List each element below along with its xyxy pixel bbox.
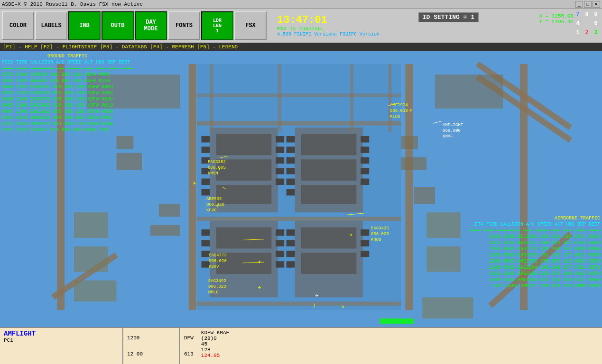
num-cell-7[interactable]: 7 bbox=[574, 10, 582, 19]
num-cell-[interactable] bbox=[583, 19, 591, 28]
route-dest: KDFW KMAF bbox=[201, 330, 229, 336]
svg-rect-44 bbox=[202, 240, 210, 246]
color-button[interactable]: COLOR bbox=[2, 11, 34, 40]
svg-rect-83 bbox=[435, 74, 503, 109]
ground-traffic-row[interactable]: 6405 1346 EAG3492 020 006 180 KDFW MMLO bbox=[2, 102, 133, 109]
num-cell-1[interactable]: 1 bbox=[574, 28, 582, 37]
airborne-traffic-row[interactable]: 1353 6602 EAG2742 320 169 167 KFSD KDFW bbox=[469, 246, 600, 252]
flight-info-route: DFW 613 bbox=[180, 328, 197, 364]
num-cell-6[interactable]: 6 bbox=[592, 19, 600, 28]
svg-rect-72 bbox=[426, 212, 461, 238]
num-cell-2[interactable]: 2 bbox=[583, 28, 591, 37]
ground-traffic-title: GROUND TRAFFIC bbox=[2, 53, 133, 59]
close-button[interactable]: ✕ bbox=[593, 1, 600, 8]
svg-rect-79 bbox=[401, 136, 418, 149]
svg-rect-26 bbox=[301, 134, 356, 155]
airborne-traffic-row[interactable]: 1346 6208 DEL2916 191 013 315 KATL KDFW bbox=[469, 234, 600, 240]
fonts-button[interactable]: FONTS bbox=[168, 11, 200, 40]
outb-button[interactable]: OUTB bbox=[102, 11, 134, 40]
svg-rect-41 bbox=[216, 228, 271, 249]
ground-traffic-row[interactable]: 6375 1346 CAN526 002 006 181 KDFW MMMT bbox=[2, 72, 133, 78]
ground-traffic-row[interactable]: 6416 1346 AMF1924 011 006 148 KDFW KLBB bbox=[2, 121, 133, 127]
flight-time-row2: 12 00 bbox=[127, 351, 176, 357]
ground-traffic-row[interactable]: 6413 1346 AME2022 004 006 005 KDFW KMSY bbox=[2, 115, 133, 121]
svg-rect-29 bbox=[287, 136, 295, 142]
svg-rect-48 bbox=[276, 240, 284, 246]
svg-rect-42 bbox=[216, 253, 271, 274]
coords: X = 3255.08 Y = 2495.42 bbox=[539, 13, 574, 25]
day-mode-button[interactable]: DAYMODE bbox=[135, 11, 167, 40]
svg-rect-67 bbox=[350, 64, 353, 132]
num-cell-4[interactable]: 4 bbox=[574, 19, 582, 28]
svg-rect-75 bbox=[116, 136, 133, 149]
svg-rect-22 bbox=[276, 157, 284, 164]
svg-rect-78 bbox=[150, 225, 180, 236]
airborne-traffic-row[interactable]: 1354 6589 AME327 268 048 233 KBHM KDFW bbox=[469, 283, 600, 289]
airborne-traffic-table: AIRBORNE TRAFFIC .ETA FSID CALLSIGN A/C … bbox=[469, 215, 600, 289]
airborne-traffic-row[interactable]: 1351 6316 MES3175 200 024 331 KJFK KDFW bbox=[469, 240, 600, 246]
svg-rect-68 bbox=[389, 64, 392, 132]
svg-rect-43 bbox=[202, 229, 210, 236]
svg-rect-53 bbox=[301, 253, 356, 274]
svg-rect-28 bbox=[301, 185, 356, 204]
airborne-traffic-row[interactable]: 1349 6583 AME1792 276 067 183 KOKC KDFW bbox=[469, 258, 600, 264]
flight-info-left: AMFLIGHT PC1 bbox=[0, 328, 123, 364]
svg-rect-69 bbox=[74, 212, 108, 238]
ground-traffic-header: FSID TIME CALLSIGN A/C SPEED ALT HDG DEP… bbox=[2, 59, 133, 65]
status-text: FSX is running. bbox=[277, 26, 324, 32]
bottom-panel: AMFLIGHT PC1 1200 12 00 DFW 613 KDFW KMA… bbox=[0, 327, 602, 364]
svg-rect-81 bbox=[414, 187, 435, 204]
svg-rect-64 bbox=[197, 94, 401, 97]
fsx-button[interactable]: FSX bbox=[234, 11, 267, 40]
toolbar: COLOR LABELS INB OUTB DAYMODE FONTS LDRL… bbox=[0, 9, 602, 43]
ground-traffic-row[interactable]: 6388 1346 EAG3435 020 006 180 KDFW KHOU bbox=[2, 84, 133, 90]
route-dep: DFW bbox=[184, 335, 194, 341]
plane-eag3382: ✈ bbox=[217, 165, 221, 173]
inb-button[interactable]: INB bbox=[68, 11, 101, 40]
num-cell-8[interactable]: 8 bbox=[583, 10, 591, 19]
svg-rect-84 bbox=[380, 318, 414, 324]
minimize-button[interactable]: _ bbox=[575, 1, 583, 8]
maximize-button[interactable]: □ bbox=[584, 1, 592, 8]
ldr-len-button[interactable]: LDRLEN1 bbox=[201, 11, 233, 40]
num-panel: 7894 6123 bbox=[574, 10, 600, 37]
svg-rect-61 bbox=[197, 121, 401, 126]
svg-rect-80 bbox=[401, 157, 426, 170]
map-area[interactable]: GROUND TRAFFIC FSID TIME CALLSIGN A/C SP… bbox=[0, 51, 602, 327]
airborne-traffic-row[interactable]: 1349 6595 AME1833 337 133 193 KICT KDFW bbox=[469, 277, 600, 283]
airborne-traffic-divider: ==== ==== ======== === ===== === === ===… bbox=[469, 228, 600, 234]
ground-traffic-row[interactable]: 6400 1346 EAG4773 020 006 180 KDFW KSHV bbox=[2, 96, 133, 102]
ground-traffic-row[interactable]: 6421 1346 CAN264 013 006 089 KDFW CYGL bbox=[2, 127, 133, 133]
svg-rect-74 bbox=[422, 297, 473, 318]
labels-button[interactable]: LABELS bbox=[35, 11, 67, 40]
svg-rect-33 bbox=[287, 179, 295, 185]
airborne-traffic-row[interactable]: 1355 6599 EAG3528 291 162 177 KMLI KDFW bbox=[469, 252, 600, 258]
svg-rect-62 bbox=[197, 217, 401, 221]
airborne-traffic-row[interactable]: 1352 6293 EAG3338 283 073 208 KOLE KDFW bbox=[469, 271, 600, 277]
plane-center1: ✈ bbox=[315, 292, 318, 299]
funckey-bar: [F1] - HELP [F2] - FLIGHTSTRIP [F3] - DA… bbox=[0, 43, 602, 51]
ground-traffic-divider: ==== ==== ======== === ===== === === ===… bbox=[2, 65, 133, 72]
svg-rect-3 bbox=[405, 64, 413, 310]
ground-traffic-row[interactable]: 6386 1346 ABE505 020 006 180 KDFW KCVG bbox=[2, 78, 133, 84]
svg-rect-11 bbox=[216, 134, 271, 155]
svg-rect-73 bbox=[426, 246, 461, 272]
route-freq: 124.85 bbox=[201, 353, 229, 358]
num-cell-9[interactable]: 9 bbox=[592, 10, 600, 19]
svg-rect-31 bbox=[287, 157, 295, 164]
svg-rect-34 bbox=[287, 189, 295, 195]
title-bar-buttons: _ □ ✕ bbox=[575, 1, 600, 8]
svg-rect-24 bbox=[276, 179, 284, 185]
title-text: ASDE-X © 2010 Russell B. Davis FSX now A… bbox=[2, 1, 143, 7]
svg-rect-36 bbox=[361, 146, 369, 153]
svg-rect-20 bbox=[276, 136, 284, 142]
svg-rect-19 bbox=[202, 189, 210, 195]
airborne-traffic-rows: 1346 6208 DEL2916 191 013 315 KATL KDFW1… bbox=[469, 234, 600, 289]
airborne-traffic-row[interactable]: 1346 6588 EAG2804 342 149 177 KTUL KDFW bbox=[469, 264, 600, 271]
ground-traffic-row[interactable]: 6399 1346 EAG3255 016 006 180 KDFW KAMA bbox=[2, 90, 133, 96]
plane-amflight: ✈ bbox=[456, 127, 459, 134]
svg-rect-16 bbox=[202, 157, 210, 164]
num-cell-3[interactable]: 3 bbox=[592, 28, 600, 37]
svg-rect-39 bbox=[361, 179, 369, 185]
ground-traffic-row[interactable]: 6407 1346 EAG3382 005 006 198 KDFW KMSN bbox=[2, 109, 133, 115]
